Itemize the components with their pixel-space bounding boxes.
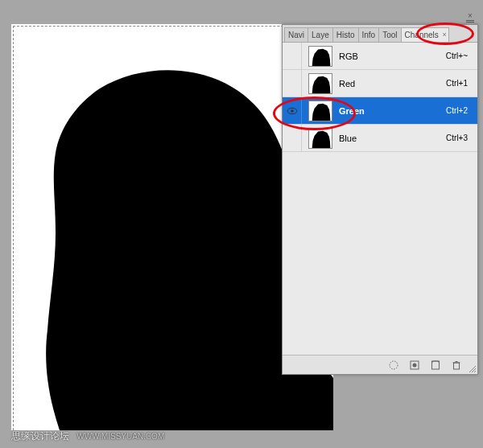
- channel-shortcut: Ctrl+1: [446, 79, 473, 88]
- tab-close-icon[interactable]: ×: [443, 31, 447, 39]
- svg-line-11: [474, 371, 476, 372]
- close-icon[interactable]: ×: [468, 11, 473, 20]
- tab-channels-label: Channels: [405, 31, 439, 39]
- channel-row-rgb[interactable]: RGB Ctrl+~: [283, 43, 477, 70]
- tab-history[interactable]: Histo: [332, 27, 359, 42]
- channel-thumbnail: [308, 128, 332, 149]
- delete-channel-icon[interactable]: [450, 359, 463, 372]
- watermark-url: WWW.MISSYUAN.COM: [76, 432, 164, 441]
- channel-name: Red: [339, 79, 446, 88]
- watermark: 思缘设计论坛 WWW.MISSYUAN.COM: [11, 430, 164, 443]
- channel-shortcut: Ctrl+2: [446, 106, 473, 115]
- channel-thumbnail: [308, 46, 332, 67]
- visibility-toggle[interactable]: [283, 125, 302, 151]
- new-channel-icon[interactable]: [429, 359, 442, 372]
- visibility-toggle[interactable]: [283, 43, 302, 69]
- svg-rect-6: [454, 363, 460, 369]
- channel-thumbnail: [308, 101, 332, 121]
- channel-row-blue[interactable]: Blue Ctrl+3: [283, 125, 477, 152]
- tab-navigator[interactable]: Navi: [284, 27, 308, 42]
- channel-list: RGB Ctrl+~ Red Ctrl+1 Green Ctrl+2: [283, 43, 477, 152]
- panel-menu-icon[interactable]: [466, 22, 474, 23]
- tab-layers[interactable]: Laye: [308, 27, 333, 42]
- tab-info[interactable]: Info: [358, 27, 380, 42]
- panel-window-controls: ×: [463, 9, 477, 25]
- save-selection-icon[interactable]: [408, 359, 421, 372]
- channel-shortcut: Ctrl+3: [446, 134, 473, 142]
- watermark-text: 思缘设计论坛: [11, 430, 69, 442]
- svg-point-4: [413, 363, 417, 367]
- svg-point-1: [291, 109, 294, 113]
- load-selection-icon[interactable]: [387, 359, 400, 372]
- panel-tab-strip: Navi Laye Histo Info Tool Channels ×: [283, 25, 477, 43]
- visibility-toggle[interactable]: [283, 97, 302, 124]
- channel-name: Blue: [339, 134, 446, 143]
- channel-shortcut: Ctrl+~: [446, 51, 473, 60]
- svg-point-2: [390, 361, 398, 369]
- channel-name: RGB: [339, 51, 446, 61]
- channels-panel: × Navi Laye Histo Info Tool Channels × R…: [282, 24, 478, 375]
- visibility-toggle[interactable]: [283, 70, 302, 97]
- eye-icon: [287, 107, 298, 115]
- channel-row-green[interactable]: Green Ctrl+2: [283, 97, 477, 125]
- channel-thumbnail: [308, 73, 332, 94]
- resize-grip-icon[interactable]: [468, 364, 476, 372]
- panel-footer: [283, 355, 477, 374]
- channel-name: Green: [339, 106, 446, 116]
- tab-channels[interactable]: Channels ×: [401, 27, 449, 42]
- tab-tools[interactable]: Tool: [378, 27, 401, 42]
- channel-row-red[interactable]: Red Ctrl+1: [283, 70, 477, 97]
- svg-rect-5: [432, 361, 440, 369]
